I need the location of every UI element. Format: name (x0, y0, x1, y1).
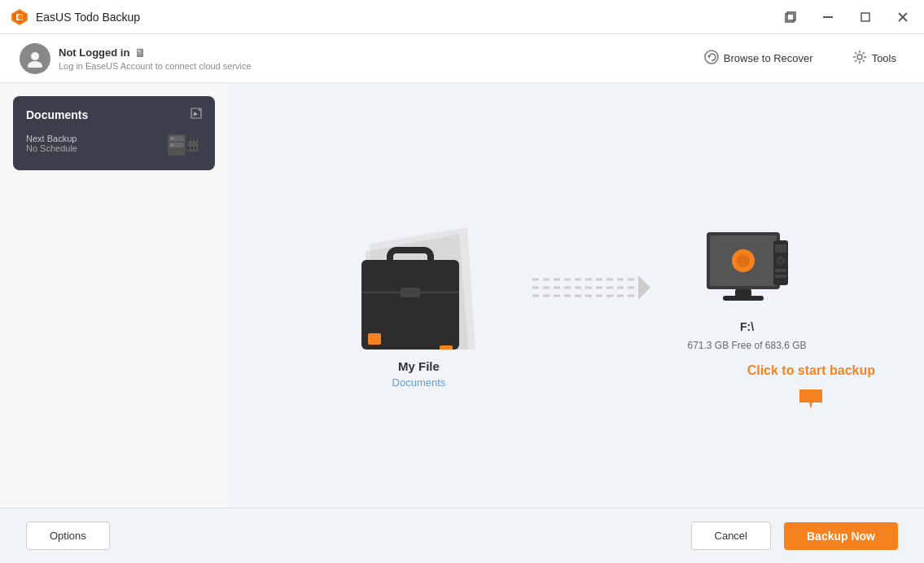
svg-point-11 (28, 61, 42, 68)
minimize-window-button[interactable] (817, 6, 839, 29)
svg-line-16 (199, 109, 200, 111)
source-sublabel: Documents (392, 376, 446, 389)
minimize-icon (823, 16, 833, 18)
svg-rect-45 (723, 296, 764, 301)
dest-space-info: 671.3 GB Free of 683.6 GB (687, 340, 806, 351)
backup-thumbnail-icon (163, 128, 202, 159)
main-content: My File Documents (228, 83, 924, 508)
restore-icon (785, 11, 796, 23)
svg-rect-35 (401, 288, 420, 297)
down-arrow-icon (796, 383, 825, 412)
recover-icon (704, 50, 719, 68)
source-label: My File (398, 359, 440, 373)
close-window-button[interactable] (891, 6, 914, 29)
svg-marker-13 (707, 55, 711, 59)
close-icon (898, 12, 908, 22)
bottom-bar: Options Cancel Backup Now (0, 508, 924, 563)
svg-rect-27 (188, 147, 190, 149)
tools-label: Tools (872, 52, 896, 64)
svg-point-43 (737, 254, 750, 267)
title-bar: EasUS Todo Backup (0, 0, 924, 34)
documents-backup-card[interactable]: Documents Next Backup No Schedule (13, 96, 215, 170)
destination-section: F:\ 671.3 GB Free of 683.6 GB (687, 224, 806, 351)
restore-window-button[interactable] (779, 6, 802, 29)
user-info: Not Logged in 🖥 Log in EaseUS Account to… (59, 46, 252, 71)
app-title: EasUS Todo Backup (36, 11, 779, 24)
backup-card-header: Documents (26, 108, 202, 121)
content-area: Documents Next Backup No Schedule (0, 83, 924, 508)
header: Not Logged in 🖥 Log in EaseUS Account to… (0, 34, 924, 83)
recover-svg-icon (704, 50, 719, 64)
maximize-icon (861, 12, 870, 22)
cta-section: Click to start backup (747, 363, 875, 418)
svg-rect-50 (775, 269, 786, 272)
app-logo (10, 7, 29, 27)
svg-rect-51 (775, 275, 786, 278)
edit-svg-icon (190, 108, 202, 119)
source-section: My File Documents (345, 187, 492, 389)
user-avatar-icon (26, 50, 44, 68)
avatar (20, 43, 50, 74)
svg-rect-29 (195, 147, 196, 149)
svg-rect-21 (171, 144, 173, 147)
cta-arrow-icon (796, 383, 825, 418)
svg-point-14 (857, 55, 862, 59)
backup-flow: My File Documents (345, 187, 806, 389)
options-button[interactable]: Options (26, 521, 110, 550)
edit-backup-icon[interactable] (190, 108, 202, 121)
window-controls (779, 6, 914, 29)
destination-illustration (698, 224, 796, 314)
maximize-window-button[interactable] (854, 6, 877, 29)
flow-arrow-svg (524, 271, 655, 304)
svg-rect-25 (191, 139, 193, 141)
svg-point-10 (31, 52, 39, 60)
backup-card-thumbnail (163, 128, 202, 159)
cta-text: Click to start backup (747, 363, 875, 378)
browse-to-recover-label: Browse to Recover (724, 52, 813, 64)
svg-rect-26 (195, 139, 196, 141)
cancel-button[interactable]: Cancel (691, 521, 771, 550)
backup-now-button[interactable]: Backup Now (784, 522, 898, 550)
svg-rect-7 (861, 13, 869, 21)
svg-marker-52 (799, 389, 822, 409)
header-actions: Browse to Recover Tools (696, 45, 904, 73)
backup-card-info: Next Backup No Schedule (26, 134, 77, 153)
svg-rect-32 (368, 333, 381, 345)
source-illustration (345, 187, 492, 350)
user-section: Not Logged in 🖥 Log in EaseUS Account to… (20, 43, 696, 74)
tools-icon (852, 50, 867, 68)
browse-to-recover-button[interactable]: Browse to Recover (696, 45, 821, 73)
backup-card-title: Documents (26, 108, 88, 121)
svg-rect-33 (440, 345, 453, 350)
dest-drive-label: F:\ (740, 320, 754, 333)
tools-button[interactable]: Tools (844, 45, 904, 73)
bottom-right-buttons: Cancel Backup Now (691, 521, 898, 550)
next-backup-label: Next Backup (26, 134, 77, 143)
svg-rect-24 (188, 139, 190, 141)
flow-arrow (524, 271, 655, 304)
sidebar: Documents Next Backup No Schedule (0, 83, 228, 508)
backup-schedule: No Schedule (26, 143, 77, 153)
cloud-icon: 🖥 (134, 46, 146, 59)
svg-rect-28 (191, 147, 193, 149)
svg-rect-47 (775, 244, 786, 253)
svg-point-49 (778, 258, 783, 263)
svg-marker-39 (638, 275, 650, 300)
svg-rect-20 (171, 138, 173, 140)
backup-card-body: Next Backup No Schedule (26, 128, 202, 159)
login-hint: Log in EaseUS Account to connect cloud s… (59, 61, 252, 71)
user-status: Not Logged in 🖥 (59, 46, 252, 59)
tools-svg-icon (852, 50, 867, 64)
